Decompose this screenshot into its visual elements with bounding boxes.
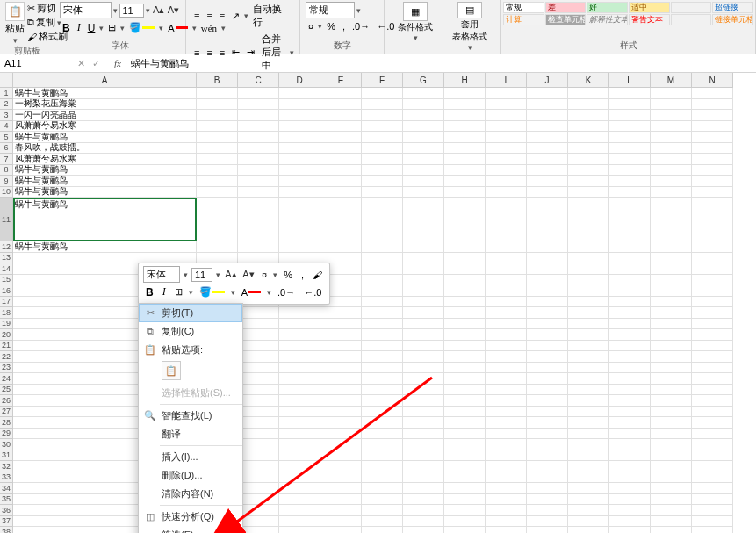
cell[interactable]	[486, 275, 527, 286]
row-header-14[interactable]: 14	[0, 263, 13, 275]
cell[interactable]	[197, 154, 238, 165]
cell[interactable]	[279, 494, 320, 506]
cell[interactable]	[486, 176, 527, 187]
cell[interactable]	[403, 373, 444, 385]
cell[interactable]	[279, 165, 320, 176]
cell[interactable]	[651, 450, 692, 462]
cell[interactable]	[238, 176, 279, 187]
cell[interactable]	[609, 516, 651, 528]
cell[interactable]	[527, 307, 568, 319]
cell[interactable]	[609, 494, 651, 506]
cell[interactable]	[486, 154, 527, 165]
cell[interactable]	[692, 263, 733, 275]
cell[interactable]	[527, 275, 568, 286]
cell[interactable]	[444, 99, 486, 111]
cell[interactable]	[238, 373, 279, 385]
row-header-4[interactable]: 4	[0, 121, 13, 133]
cell[interactable]	[692, 187, 733, 198]
col-header-K[interactable]: K	[568, 73, 609, 88]
cell[interactable]	[238, 88, 279, 99]
cell[interactable]	[651, 429, 692, 440]
cell[interactable]	[609, 461, 651, 472]
cell[interactable]	[692, 132, 733, 143]
cell[interactable]	[651, 176, 692, 187]
row-header-23[interactable]: 23	[0, 363, 13, 374]
cell[interactable]	[238, 417, 279, 429]
cell[interactable]	[692, 88, 733, 99]
cell[interactable]	[279, 439, 320, 450]
cell[interactable]	[568, 198, 609, 241]
cell[interactable]	[651, 143, 692, 155]
cell[interactable]	[692, 285, 733, 297]
style-good[interactable]: 好	[587, 2, 628, 13]
cell[interactable]	[320, 516, 362, 528]
cell[interactable]	[609, 307, 651, 319]
cell[interactable]	[362, 319, 403, 330]
col-header-G[interactable]: G	[403, 73, 444, 88]
cell[interactable]	[692, 527, 733, 533]
cell[interactable]	[651, 363, 692, 374]
cell[interactable]	[692, 241, 733, 253]
row-header-30[interactable]: 30	[0, 439, 13, 450]
cell[interactable]	[486, 483, 527, 494]
cell[interactable]	[320, 527, 362, 533]
cell[interactable]	[568, 297, 609, 308]
cell[interactable]	[486, 527, 527, 533]
cell[interactable]	[320, 187, 362, 198]
cell[interactable]	[197, 241, 238, 253]
cell[interactable]	[403, 319, 444, 330]
cell[interactable]	[568, 88, 609, 99]
align-bottom-icon[interactable]: ≡	[217, 10, 227, 22]
cell[interactable]	[320, 407, 362, 418]
cell[interactable]	[527, 439, 568, 450]
cell[interactable]	[279, 450, 320, 462]
cell[interactable]	[238, 472, 279, 484]
mini-font-name[interactable]: 宋体	[143, 266, 180, 283]
cell[interactable]	[527, 165, 568, 176]
col-header-I[interactable]: I	[486, 73, 527, 88]
cell[interactable]	[320, 307, 362, 319]
cell[interactable]	[568, 351, 609, 363]
cell[interactable]	[568, 154, 609, 165]
cell[interactable]	[403, 241, 444, 253]
row-header-24[interactable]: 24	[0, 373, 13, 385]
merge-button[interactable]: 合并后居中	[259, 32, 288, 73]
cell[interactable]	[362, 494, 403, 506]
cell[interactable]	[609, 351, 651, 363]
cell[interactable]	[320, 88, 362, 99]
cell[interactable]	[568, 461, 609, 472]
cell[interactable]	[527, 395, 568, 407]
cell[interactable]	[362, 329, 403, 341]
cell[interactable]	[486, 329, 527, 341]
row-header-35[interactable]: 35	[0, 494, 13, 506]
fx-icon[interactable]: fx	[109, 58, 126, 68]
row-header-26[interactable]: 26	[0, 395, 13, 407]
cell[interactable]	[486, 198, 527, 241]
style-blank2[interactable]	[671, 14, 712, 25]
cell[interactable]	[651, 198, 692, 241]
cell[interactable]	[279, 99, 320, 111]
cell[interactable]	[692, 143, 733, 155]
bold-button[interactable]: B	[60, 21, 73, 35]
align-center-icon[interactable]: ≡	[204, 47, 214, 59]
cell[interactable]	[320, 505, 362, 516]
cell[interactable]	[527, 472, 568, 484]
cell[interactable]	[651, 99, 692, 111]
mini-font-size[interactable]: 11	[191, 268, 212, 282]
cell[interactable]	[403, 439, 444, 450]
cond-format-button[interactable]: ▦ 条件格式▾	[390, 2, 441, 52]
cell[interactable]	[568, 99, 609, 111]
cell[interactable]	[238, 198, 279, 241]
cell[interactable]	[403, 275, 444, 286]
cell[interactable]	[609, 527, 651, 533]
cell[interactable]	[692, 351, 733, 363]
cell[interactable]	[486, 407, 527, 418]
cell[interactable]	[486, 516, 527, 528]
row-header-32[interactable]: 32	[0, 461, 13, 472]
cell[interactable]	[403, 263, 444, 275]
cell[interactable]	[444, 176, 486, 187]
cell[interactable]	[403, 99, 444, 111]
cell[interactable]	[651, 461, 692, 472]
row-header-28[interactable]: 28	[0, 417, 13, 429]
cell[interactable]	[692, 439, 733, 450]
